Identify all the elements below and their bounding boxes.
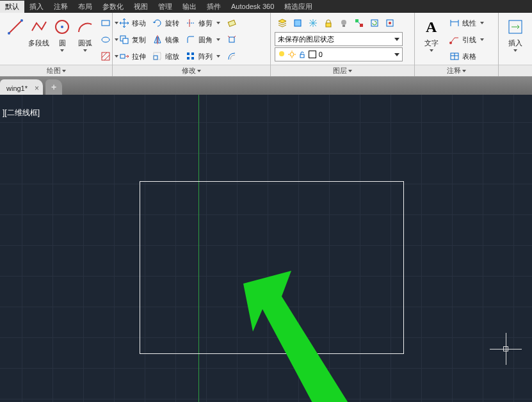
array-button[interactable]: 阵列	[183, 49, 223, 64]
svg-rect-14	[123, 38, 128, 44]
layer-current-select[interactable]: 0	[275, 47, 403, 61]
snowflake-icon	[308, 18, 318, 28]
dim-linear-icon	[449, 18, 460, 28]
layer-iso-button[interactable]	[290, 15, 305, 31]
menu-parametric[interactable]: 参数化	[97, 1, 129, 13]
new-tab-button[interactable]: +	[45, 79, 62, 95]
menu-view[interactable]: 视图	[129, 1, 153, 13]
layer-more-button[interactable]	[382, 15, 398, 31]
layerprop-button[interactable]	[275, 15, 290, 31]
circle-icon	[52, 17, 72, 37]
menu-a360[interactable]: Autodesk 360	[226, 1, 279, 12]
draw-panel-title[interactable]: 绘图	[0, 65, 112, 76]
layer-prev-button[interactable]	[367, 15, 382, 31]
drawing-tab[interactable]: wing1* ×	[0, 79, 43, 95]
svg-point-6	[102, 37, 109, 42]
menu-annotate[interactable]: 注释	[49, 1, 73, 13]
layer-iso-icon	[293, 18, 303, 28]
move-icon	[119, 18, 129, 28]
layer-off-button[interactable]	[336, 15, 351, 31]
svg-point-4	[61, 26, 63, 28]
menu-plugins[interactable]: 插件	[202, 1, 226, 13]
mirror-button[interactable]: 镜像	[150, 32, 182, 47]
svg-point-1	[8, 32, 10, 35]
scale-icon	[152, 51, 163, 61]
lock-icon	[323, 18, 334, 28]
text-label: 文字	[424, 38, 439, 48]
rotate-button[interactable]: 旋转	[150, 15, 182, 31]
menu-featured[interactable]: 精选应用	[279, 1, 318, 13]
arc-label: 圆弧	[78, 38, 92, 48]
offset-button[interactable]	[224, 49, 239, 64]
layer-more-icon	[385, 18, 395, 28]
svg-rect-19	[120, 54, 125, 58]
copy-button[interactable]: 复制	[117, 32, 149, 47]
insert-block-icon	[505, 17, 526, 37]
insert-panel-title[interactable]	[499, 65, 532, 76]
svg-rect-23	[191, 52, 194, 55]
polyline-button[interactable]: 多段线	[27, 15, 51, 49]
circle-button[interactable]: 圆	[51, 15, 74, 53]
leader-button[interactable]: 引线	[447, 32, 487, 47]
scale-button[interactable]: 缩放	[150, 49, 182, 64]
layer-lock-button[interactable]	[321, 15, 336, 31]
svg-rect-20	[154, 56, 157, 60]
layer-current-label: 0	[319, 51, 323, 58]
svg-line-9	[104, 55, 109, 60]
svg-point-39	[279, 51, 284, 56]
svg-rect-34	[355, 19, 359, 22]
move-button[interactable]: 移动	[117, 15, 149, 31]
offset-icon	[227, 51, 237, 61]
layers-panel-title[interactable]: 图层	[271, 65, 414, 76]
rotate-icon	[152, 18, 163, 28]
erase-button[interactable]	[224, 15, 239, 31]
unlock-icon	[298, 51, 306, 58]
fillet-button[interactable]: 圆角	[183, 32, 223, 47]
line-button[interactable]	[4, 15, 27, 38]
svg-point-32	[341, 20, 346, 25]
svg-rect-33	[343, 25, 345, 27]
explode-button[interactable]	[224, 32, 239, 47]
rect-icon	[101, 18, 111, 28]
modify-panel-title[interactable]: 修改	[113, 65, 270, 76]
menu-manage[interactable]: 管理	[153, 1, 177, 13]
svg-rect-25	[191, 57, 194, 60]
layer-freeze-button[interactable]	[305, 15, 321, 31]
copy-icon	[119, 35, 129, 45]
leader-icon	[449, 35, 460, 45]
svg-point-40	[290, 52, 294, 56]
explode-icon	[227, 35, 237, 45]
menu-insert[interactable]: 插入	[24, 1, 49, 13]
table-button[interactable]: 表格	[447, 49, 487, 64]
text-button[interactable]: A 文字	[419, 15, 444, 53]
array-icon	[186, 51, 196, 61]
arc-icon	[75, 17, 95, 37]
drawing-canvas[interactable]: ][二维线框]	[0, 95, 532, 402]
arc-button[interactable]: 圆弧	[74, 15, 97, 53]
menu-layout[interactable]: 布局	[73, 1, 97, 13]
menu-output[interactable]: 输出	[177, 1, 202, 13]
layers-icon	[277, 18, 287, 28]
dim-linear-button[interactable]: 线性	[447, 15, 487, 31]
document-tab-bar: wing1* × +	[0, 77, 532, 95]
menu-default[interactable]: 默认	[0, 1, 24, 13]
trim-button[interactable]: 修剪	[183, 15, 223, 31]
layer-state-label: 未保存的图层状态	[278, 35, 334, 44]
insert-block-button[interactable]: 插入	[503, 15, 528, 53]
viewport-label: ][二维线框]	[3, 108, 40, 118]
annotate-panel-title[interactable]: 注释	[415, 65, 498, 76]
svg-line-8	[102, 52, 107, 58]
svg-rect-35	[360, 24, 363, 27]
stretch-button[interactable]: 拉伸	[117, 49, 149, 64]
rectangle-object[interactable]	[140, 181, 404, 354]
menu-bar: 默认 插入 注释 布局 参数化 视图 管理 输出 插件 Autodesk 360…	[0, 0, 532, 13]
close-icon[interactable]: ×	[35, 84, 39, 93]
bulb-icon	[278, 51, 286, 58]
stretch-icon	[119, 51, 129, 61]
svg-point-2	[20, 19, 23, 22]
layer-state-select[interactable]: 未保存的图层状态	[275, 32, 403, 46]
polyline-icon	[29, 17, 49, 37]
text-icon: A	[421, 17, 442, 37]
match-icon	[354, 18, 364, 28]
layer-match-button[interactable]	[351, 15, 367, 31]
